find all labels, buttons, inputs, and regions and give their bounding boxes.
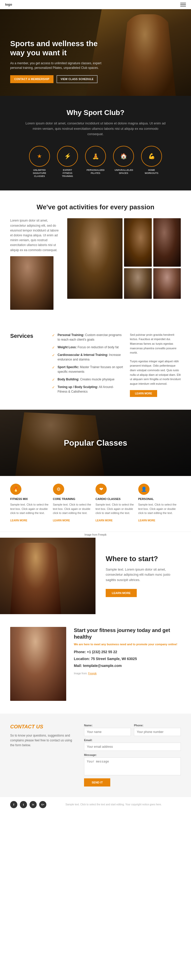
feature-spaces[interactable]: 🏠 UNPARALLELED SPACES	[113, 146, 134, 178]
header: logo	[0, 0, 191, 9]
contact-heading: cOntACT US	[10, 724, 76, 730]
activities-bottom-mid-image	[124, 268, 152, 299]
feature-unlimited[interactable]: ★ UNLIMITED SIGNATURE CLASSES	[29, 146, 50, 178]
where-image	[0, 538, 96, 614]
popular-title: Popular Classes	[64, 438, 127, 448]
class-core-training: ⚙ CORE TRAINING Sample text. Click to se…	[53, 484, 96, 527]
contact-membership-button[interactable]: CONTACT A MEMBERSHIP	[10, 75, 54, 83]
fitness-mix-icon: 🔥	[13, 487, 19, 492]
hero-title: Sports and wellness the way you want it	[10, 39, 109, 57]
activities-main-image	[67, 218, 123, 299]
journey-image-credit: Image from: Freepik	[74, 672, 181, 675]
journey-tagline: We are here to meet any business need an…	[74, 643, 181, 646]
spaces-icon: 🏠	[120, 153, 127, 160]
name-label: Name:	[84, 724, 131, 727]
where-title: Where to start?	[106, 555, 181, 563]
services-side-text: Sed pulvinar proin gravida hendrerit lec…	[130, 333, 181, 355]
unlimited-label: UNLIMITED SIGNATURE CLASSES	[30, 169, 48, 178]
core-training-icon: ⚙	[57, 487, 61, 492]
footer: f t in G+ Sample text. Click to select t…	[0, 797, 191, 812]
classes-grid: 🔥 FITNESS MIX Sample text. Click to sele…	[0, 476, 191, 531]
service-item-5: ✓ Toning up / Body Sculpting: All Around…	[52, 385, 124, 394]
journey-content: Start your fitness journey today and get…	[74, 627, 181, 701]
where-content: Where to start? Sample text. Lorem ipsum…	[96, 538, 191, 614]
core-training-link[interactable]: LEARN MORE	[53, 519, 70, 522]
phone-input[interactable]	[134, 728, 181, 736]
service-item-4: ✓ Body Building: Creates muscle physique	[52, 377, 124, 382]
message-label: Message:	[84, 753, 181, 756]
where-learn-more-button[interactable]: LEARN MORE	[106, 589, 137, 597]
name-input[interactable]	[84, 728, 131, 736]
check-icon-3: ✓	[52, 365, 55, 374]
workouts-icon: 💪	[148, 153, 155, 160]
activities-section: We've got activities for every passion L…	[0, 191, 191, 322]
cardio-icon: ❤	[99, 487, 103, 492]
phone-label: Phone:	[134, 724, 181, 727]
where-description: Sample text. Lorem ipsum dolor sit amet,…	[106, 567, 181, 583]
fitness-mix-link[interactable]: LEARN MORE	[10, 519, 27, 522]
core-training-title: CORE TRAINING	[53, 497, 92, 500]
check-icon-5: ✓	[52, 385, 55, 394]
why-section: Why Sport Club? Lorem ipsum dolor sit am…	[0, 96, 191, 191]
why-title: Why Sport Club?	[15, 108, 176, 117]
feature-expert[interactable]: ⚡ EXPERT FITNESS TRAINING	[57, 146, 78, 178]
logo: logo	[5, 3, 12, 6]
submit-button[interactable]: SEND IT	[84, 778, 110, 786]
feature-workouts[interactable]: 💪 HOME WORKOUTS	[141, 146, 162, 178]
core-training-desc: Sample text. Click to select the text bo…	[53, 503, 92, 515]
view-schedule-button[interactable]: VIEW CLASS SCHEDULE	[57, 75, 98, 83]
journey-location: Location: 75 Street Sample, WI 63025	[74, 656, 181, 662]
message-input[interactable]	[84, 757, 181, 775]
hamburger-menu[interactable]	[180, 3, 186, 6]
unlimited-icon: ★	[37, 153, 42, 160]
cardio-title: CARDIO CLASSES	[96, 497, 135, 500]
email-input[interactable]	[84, 743, 181, 751]
services-learn-more-button[interactable]: LEARN MORE	[130, 390, 157, 397]
check-icon-2: ✓	[52, 353, 55, 362]
check-icon-4: ✓	[52, 377, 55, 382]
check-icon-1: ✓	[52, 345, 55, 350]
activities-top-right-image	[124, 218, 152, 267]
facebook-icon[interactable]: f	[10, 801, 17, 808]
service-item-0: ✓ Personal Training: Custom exercise pro…	[52, 333, 124, 342]
expert-label: EXPERT FITNESS TRAINING	[58, 169, 76, 178]
pilates-label: PERSONALIZED PILATES	[87, 169, 104, 175]
personal-desc: Sample text. Click to select the text bo…	[138, 503, 181, 515]
cardio-link[interactable]: LEARN MORE	[96, 519, 112, 522]
activities-title: We've got activities for every passion	[10, 203, 181, 211]
why-description: Lorem ipsum dolor sit amet, consectetur …	[24, 121, 167, 137]
where-section: Where to start? Sample text. Lorem ipsum…	[0, 538, 191, 614]
contact-info: Phone: +1 (232) 252 55 22 Location: 75 S…	[74, 649, 181, 668]
journey-title: Start your fitness journey today and get…	[74, 627, 181, 640]
fitness-mix-desc: Sample text. Click to select the text bo…	[10, 503, 49, 515]
email-label: Email:	[84, 738, 181, 741]
footer-copyright: Sample text. Click to select the text an…	[46, 803, 181, 806]
fitness-journey-section: Start your fitness journey today and get…	[0, 614, 191, 714]
google-plus-icon[interactable]: G+	[39, 801, 46, 808]
hero-description: As a member, you get access to unlimited…	[10, 61, 109, 70]
class-cardio: ❤ CARDIO CLASSES Sample text. Click to s…	[96, 484, 138, 527]
popular-section: Popular Classes 🔥 FITNESS MIX Sample tex…	[0, 410, 191, 538]
feature-pilates[interactable]: 🧘 PERSONALIZED PILATES	[85, 146, 106, 178]
class-personal: 👤 PERSONAL Sample text. Click to select …	[138, 484, 181, 527]
contact-form: Name: Phone: Email: Message: SEND IT	[84, 724, 181, 786]
journey-mail: Mail: template@sample.com	[74, 663, 181, 668]
twitter-icon[interactable]: t	[20, 801, 27, 808]
activities-bottom-right-image	[153, 268, 181, 299]
pilates-icon: 🧘	[92, 153, 99, 160]
personal-icon: 👤	[141, 487, 147, 492]
service-item-1: ✓ Weight Loss: Focus on reduction of bod…	[52, 345, 124, 350]
hero-section: Sports and wellness the way you want it …	[0, 9, 191, 96]
fitness-mix-title: FITNESS MIX	[10, 497, 49, 500]
workouts-label: HOME WORKOUTS	[143, 169, 161, 175]
contact-form-section: cOntACT US So to know your questions, su…	[0, 714, 191, 797]
activities-description: Lorem ipsum dolor sit amet, consectetur …	[10, 218, 61, 252]
personal-link[interactable]: LEARN MORE	[138, 519, 155, 522]
class-fitness-mix: 🔥 FITNESS MIX Sample text. Click to sele…	[10, 484, 53, 527]
personal-title: PERSONAL	[138, 497, 181, 500]
spaces-label: UNPARALLELED SPACES	[115, 169, 133, 175]
services-title: Services	[10, 333, 46, 339]
contact-intro: So to know your questions, suggestions a…	[10, 733, 76, 748]
instagram-icon[interactable]: in	[30, 801, 37, 808]
activities-left-image	[10, 256, 54, 310]
